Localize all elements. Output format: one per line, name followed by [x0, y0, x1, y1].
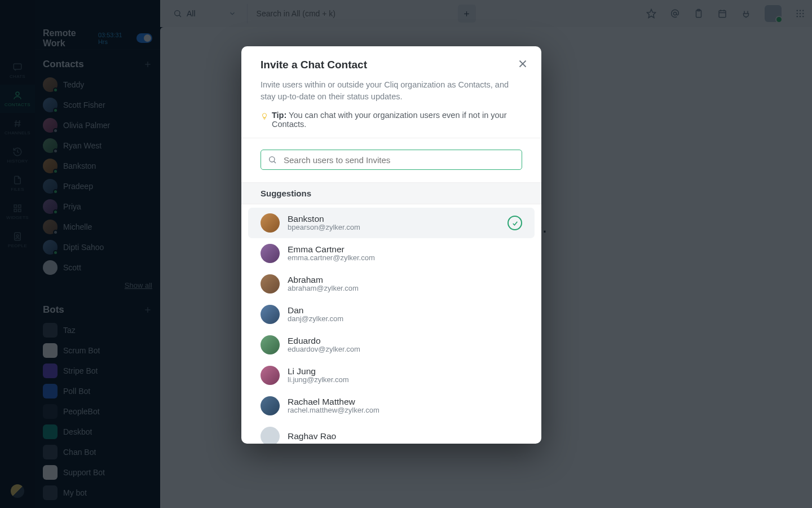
suggestions-header: Suggestions [241, 182, 541, 204]
avatar [261, 427, 280, 444]
suggestion-item[interactable]: Abrahamabraham@zylker.com [248, 269, 535, 299]
suggestion-item[interactable]: Eduardoeduardov@zylker.com [248, 330, 535, 360]
suggestion-item[interactable]: Bankstonbpearson@zylker.com [248, 208, 535, 238]
suggestion-item[interactable]: Raghav Rao [248, 421, 535, 444]
suggestion-item[interactable]: Emma Cartneremma.cartner@zylker.com [248, 238, 535, 269]
suggestions-list: Bankstonbpearson@zylker.com Emma Cartner… [241, 204, 541, 444]
svg-line-44 [274, 161, 276, 163]
avatar [261, 244, 280, 263]
suggestion-item[interactable]: Li Jungli.jung@zylker.com [248, 360, 535, 391]
modal-title: Invite a Chat Contact [261, 59, 522, 71]
modal-description: Invite users within or outside your Cliq… [261, 79, 522, 103]
suggestion-item[interactable]: Dandanj@zylker.com [248, 299, 535, 330]
avatar [261, 366, 280, 385]
avatar [261, 274, 280, 294]
close-icon[interactable] [517, 58, 529, 70]
search-icon [268, 155, 277, 164]
svg-point-43 [270, 157, 275, 162]
avatar [261, 396, 280, 415]
avatar [261, 213, 280, 233]
avatar [261, 305, 280, 324]
invite-search-input[interactable] [283, 155, 515, 165]
invite-search-field[interactable] [261, 150, 522, 170]
suggestion-item[interactable]: Rachael Matthewrachel.matthew@zylker.com [248, 391, 535, 421]
modal-tip: Tip: You can chat with your organization… [261, 111, 522, 129]
avatar [261, 335, 280, 354]
bulb-icon [261, 111, 268, 121]
selected-check-icon [508, 216, 522, 230]
invite-contact-modal: Invite a Chat Contact Invite users withi… [241, 46, 541, 444]
